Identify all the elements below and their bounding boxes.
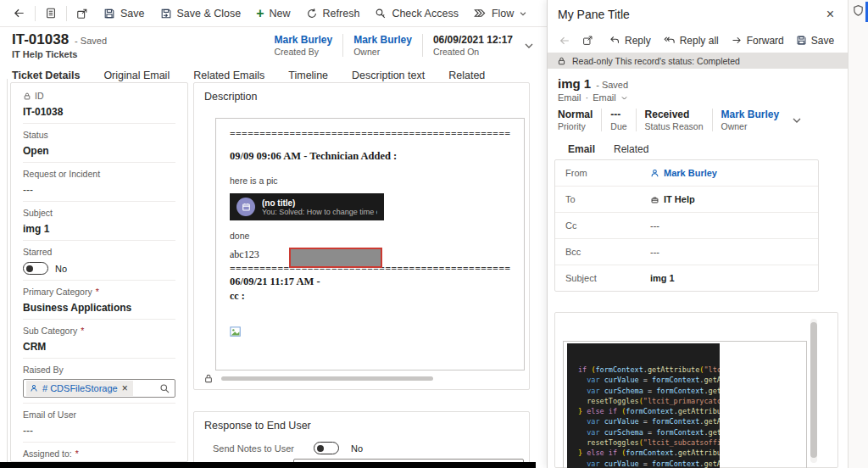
send-notes-toggle[interactable] (314, 442, 339, 454)
response-title: Response to End User (194, 412, 529, 439)
horizontal-scrollbar[interactable] (221, 376, 433, 381)
bcc-value[interactable]: --- (650, 247, 659, 257)
field-primary-category-value[interactable]: Business Applications (23, 302, 175, 314)
field-id-value: IT-01038 (23, 106, 175, 118)
required-asterisk: * (96, 287, 99, 297)
teams-link-preview: (no title) You: Solved: How to change ti… (230, 193, 384, 220)
entity-name: IT Help Tickets (12, 49, 107, 59)
field-email-subject: Subject img 1 (555, 265, 818, 291)
vertical-scrollbar[interactable] (810, 319, 817, 463)
teams-card-subtitle: You: Solved: How to change time on Colu (262, 208, 377, 216)
popout-button[interactable] (69, 3, 96, 24)
summary-status-reason: Received Status Reason (645, 109, 713, 131)
pane-header-expand-chevron-icon[interactable] (791, 114, 803, 126)
flow-icon (474, 8, 487, 19)
field-status-value[interactable]: Open (23, 145, 175, 157)
broken-image-icon (230, 326, 242, 338)
save-button[interactable]: Save (96, 3, 153, 24)
pane-form-selector[interactable]: Email (593, 92, 616, 103)
divider (7, 79, 8, 462)
new-label: New (270, 8, 291, 20)
to-value[interactable]: IT Help (650, 194, 695, 204)
field-subject-value[interactable]: img 1 (23, 223, 175, 235)
created-by-link[interactable]: Mark Burley (275, 34, 333, 46)
pane-rail (848, 0, 868, 468)
check-access-button[interactable]: Check Access (367, 3, 466, 24)
form-switcher-button[interactable] (37, 3, 64, 24)
check-access-label: Check Access (392, 8, 459, 20)
summary-pane-owner: Mark Burley Owner (721, 109, 788, 131)
starred-toggle[interactable] (23, 262, 48, 275)
field-to: To IT Help (555, 187, 818, 213)
lock-icon (23, 92, 31, 101)
cc-value[interactable]: --- (650, 220, 659, 231)
pane-rail-shield-icon[interactable] (852, 4, 865, 17)
email-subject-value[interactable]: img 1 (650, 273, 675, 283)
pane-save-button[interactable]: Save (790, 31, 840, 50)
field-sub-category-value[interactable]: CRM (23, 341, 175, 353)
close-icon[interactable]: × (823, 6, 837, 23)
refresh-icon (306, 8, 318, 20)
reply-button[interactable]: Reply (603, 31, 657, 50)
pane-back-button[interactable] (553, 31, 576, 50)
scrollbar-thumb[interactable] (810, 322, 817, 458)
email-body-richtext[interactable]: if (formContext.getAttribute("ltcit_ var… (563, 341, 807, 468)
summary-priority: Normal Priority (558, 109, 602, 131)
divider (35, 6, 36, 21)
flow-label: Flow (492, 8, 514, 20)
teams-card-title: (no title) (262, 198, 377, 208)
field-request-or-incident: Request or Incident --- (23, 163, 175, 202)
pane-popout-button[interactable] (576, 31, 599, 49)
field-email-of-user: Email of User --- (23, 404, 175, 443)
back-arrow-icon (559, 35, 570, 47)
field-email-of-user-value[interactable]: --- (23, 425, 175, 437)
flow-button[interactable]: Flow (466, 3, 535, 24)
readonly-banner: Read-only This record's status: Complete… (548, 53, 848, 69)
header-expand-chevron-icon[interactable] (523, 40, 535, 52)
description-title: Description (194, 83, 529, 110)
forward-button[interactable]: Forward (725, 31, 790, 50)
entry1-line: here is a pic (230, 176, 510, 186)
summary-owner: Mark Burley Owner (343, 34, 423, 57)
person-icon (30, 384, 38, 393)
refresh-label: Refresh (323, 8, 360, 20)
redaction-overlay (289, 248, 382, 268)
raised-by-tag[interactable]: # CDSFileStorage × (26, 381, 133, 396)
reply-all-button[interactable]: Reply all (657, 31, 725, 50)
remove-tag-icon[interactable]: × (122, 382, 128, 394)
chevron-down-icon (519, 9, 527, 18)
side-pane: My Pane Title × Reply Reply all Forward … (547, 0, 848, 468)
pane-owner-link[interactable]: Mark Burley (721, 109, 780, 120)
required-asterisk: * (81, 326, 84, 336)
key-magnifier-icon (375, 8, 387, 20)
code-block: if (formContext.getAttribute("ltcit_ var… (567, 343, 720, 468)
field-sub-category: Sub Category* CRM (23, 320, 175, 359)
back-button[interactable] (5, 3, 33, 24)
command-bar: Save Save & Close + New Refresh Check Ac… (0, 0, 547, 27)
save-close-button[interactable]: Save & Close (153, 3, 249, 24)
search-icon[interactable] (159, 383, 170, 394)
back-arrow-icon (13, 7, 25, 20)
chevron-down-icon[interactable] (620, 94, 628, 102)
description-richtext[interactable]: ========================================… (215, 118, 525, 370)
owner-link[interactable]: Mark Burley (353, 34, 412, 46)
field-cc: Cc --- (555, 213, 818, 239)
raised-by-lookup[interactable]: # CDSFileStorage × (23, 379, 175, 398)
bottom-black-bar (0, 462, 536, 468)
teams-avatar-icon (236, 198, 255, 216)
field-starred: Starred No (23, 241, 175, 281)
email-body-card: if (formContext.getAttribute("ltcit_ var… (554, 312, 838, 468)
save-label: Save (120, 8, 145, 20)
field-request-value[interactable]: --- (23, 184, 175, 196)
pane-tab-bar: Email Related (558, 131, 837, 163)
entry1-heading: 09/09 09:06 AM - Technician Added : (230, 150, 510, 163)
forward-arrow-icon (731, 35, 743, 46)
pane-header: My Pane Title × (548, 0, 848, 28)
entry2-heading: 06/09/21 11:17 AM - (230, 276, 510, 288)
summary-created-by: Mark Burley Created By (264, 34, 344, 57)
save-icon (796, 35, 807, 46)
new-button[interactable]: + New (248, 3, 298, 24)
from-value[interactable]: Mark Burley (650, 168, 717, 178)
record-title: IT-01038 (12, 31, 69, 48)
refresh-button[interactable]: Refresh (298, 3, 368, 24)
